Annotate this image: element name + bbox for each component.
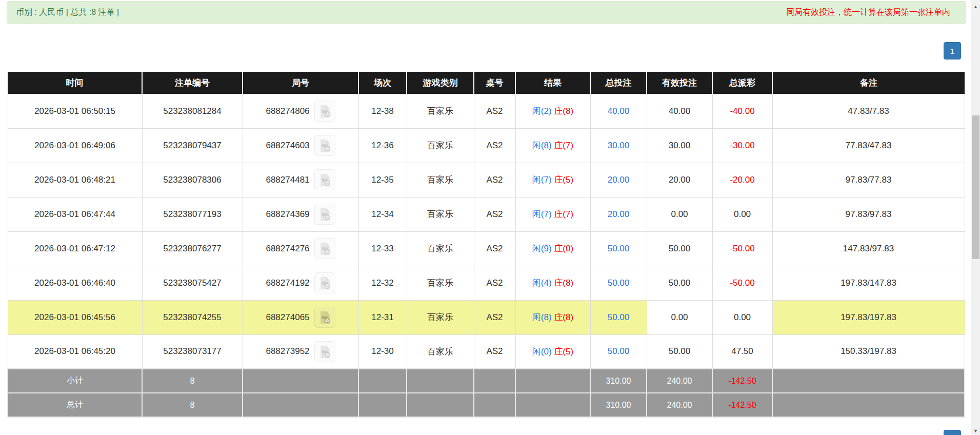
empty-cell xyxy=(358,393,407,417)
table-row: 2026-03-01 06:48:21 523238078306 6882744… xyxy=(8,163,965,197)
header-round-id: 局号 xyxy=(243,72,358,94)
result-cell: 闲(8) 庄(8) xyxy=(515,300,590,334)
valid-bet-cell: 30.00 xyxy=(647,128,712,163)
result-cell: 闲(9) 庄(0) xyxy=(515,231,590,266)
subtotal-valid-bet: 240.00 xyxy=(647,369,712,393)
scrollbar-thumb[interactable] xyxy=(972,115,979,259)
table-row: 2026-03-01 06:46:40 523238075427 6882741… xyxy=(8,266,965,300)
result-cell: 闲(7) 庄(7) xyxy=(515,197,590,231)
video-file-icon xyxy=(318,207,332,221)
total-bet-link[interactable]: 50.00 xyxy=(590,266,647,300)
result-banker: 庄(7) xyxy=(554,209,573,219)
result-player: 闲(7) xyxy=(532,175,552,185)
table-row: 2026-03-01 06:49:06 523238079437 6882746… xyxy=(8,128,965,163)
currency-summary-text: 币别 : 人民币 | 总共 :8 注单 | xyxy=(16,7,119,18)
round-cell: 688274603 xyxy=(243,128,358,163)
total-bet-link[interactable]: 20.00 xyxy=(590,197,647,231)
video-button[interactable] xyxy=(314,238,335,259)
session-cell: 12-31 xyxy=(358,300,407,334)
payout-cell: -40.00 xyxy=(712,94,772,128)
scroll-up-arrow-icon[interactable]: ▲ xyxy=(971,2,980,11)
grand-total-row: 总计 8 310.00 240.00 -142.50 xyxy=(8,393,965,417)
result-banker: 庄(8) xyxy=(554,106,573,116)
payout-cell: -20.00 xyxy=(712,163,772,197)
payout-cell: 0.00 xyxy=(712,300,772,334)
pagination-page-1-button-bottom[interactable]: 1 xyxy=(944,430,961,435)
empty-cell xyxy=(243,369,358,393)
video-button[interactable] xyxy=(314,204,335,225)
game-type-cell: 百家乐 xyxy=(407,197,474,231)
time-cell: 2026-03-01 06:45:56 xyxy=(8,300,142,334)
remark-cell: 197.83/197.83 xyxy=(772,300,965,334)
empty-cell xyxy=(515,369,590,393)
session-cell: 12-38 xyxy=(358,94,407,128)
result-cell: 闲(7) 庄(5) xyxy=(515,163,590,197)
game-type-cell: 百家乐 xyxy=(407,334,474,369)
header-time: 时间 xyxy=(8,72,142,94)
remark-cell: 77.83/47.83 xyxy=(772,128,965,163)
result-cell: 闲(2) 庄(8) xyxy=(515,94,590,128)
remark-cell: 197.83/147.83 xyxy=(772,266,965,300)
total-bet-link[interactable]: 20.00 xyxy=(590,163,647,197)
table-no-cell: AS2 xyxy=(474,163,515,197)
time-cell: 2026-03-01 06:45:20 xyxy=(8,334,142,369)
scroll-down-arrow-icon[interactable]: ▼ xyxy=(971,426,980,435)
payout-cell: 0.00 xyxy=(712,197,772,231)
bet-id-cell: 523238079437 xyxy=(142,128,243,163)
video-button[interactable] xyxy=(314,169,335,190)
result-cell: 闲(0) 庄(5) xyxy=(515,334,590,369)
remark-cell: 150.33/197.83 xyxy=(772,334,965,369)
table-row: 2026-03-01 06:45:20 523238073177 6882739… xyxy=(8,334,965,369)
total-bet-link[interactable]: 50.00 xyxy=(590,300,647,334)
video-button[interactable] xyxy=(314,101,335,122)
remark-cell: 97.83/77.83 xyxy=(772,163,965,197)
header-total-bet: 总投注 xyxy=(590,72,647,94)
subtotal-total-bet: 310.00 xyxy=(590,369,647,393)
total-bet-link[interactable]: 40.00 xyxy=(590,94,647,128)
video-button[interactable] xyxy=(314,135,335,156)
total-bet-link[interactable]: 50.00 xyxy=(590,231,647,266)
video-file-icon xyxy=(318,242,332,255)
session-cell: 12-33 xyxy=(358,231,407,266)
video-file-icon xyxy=(318,310,332,324)
video-button[interactable] xyxy=(314,341,335,362)
round-id: 688274369 xyxy=(266,209,309,220)
empty-cell xyxy=(474,369,515,393)
result-player: 闲(7) xyxy=(532,209,552,219)
header-game-type: 游戏类别 xyxy=(407,72,474,94)
pagination-page-1-button[interactable]: 1 xyxy=(944,42,961,60)
table-no-cell: AS2 xyxy=(474,231,515,266)
grand-total-payout: -142.50 xyxy=(712,393,772,417)
grand-total-total-bet: 310.00 xyxy=(590,393,647,417)
payout-cell: -50.00 xyxy=(712,231,772,266)
total-bet-link[interactable]: 30.00 xyxy=(590,128,647,163)
valid-bet-cell: 50.00 xyxy=(647,231,712,266)
round-id: 688274806 xyxy=(266,106,309,116)
bet-id-cell: 523238073177 xyxy=(142,334,243,369)
page: 币别 : 人民币 | 总共 :8 注单 | 同局有效投注，统一计算在该局第一张注… xyxy=(0,0,980,435)
table-row: 2026-03-01 06:47:12 523238076277 6882742… xyxy=(8,231,965,266)
round-cell: 688274369 xyxy=(243,197,358,231)
empty-cell xyxy=(358,369,407,393)
bet-records-table: 时间 注单编号 局号 场次 游戏类别 桌号 结果 总投注 有效投注 总派彩 备注… xyxy=(7,72,965,418)
remark-cell: 47.83/7.83 xyxy=(772,94,965,128)
table-no-cell: AS2 xyxy=(474,128,515,163)
header-remark: 备注 xyxy=(772,72,965,94)
table-row: 2026-03-01 06:47:44 523238077193 6882743… xyxy=(8,197,965,231)
video-button[interactable] xyxy=(314,272,335,293)
round-id: 688274603 xyxy=(266,141,309,151)
session-cell: 12-34 xyxy=(358,197,407,231)
empty-cell xyxy=(515,393,590,417)
session-cell: 12-30 xyxy=(358,334,407,369)
table-no-cell: AS2 xyxy=(474,266,515,300)
total-bet-link[interactable]: 50.00 xyxy=(590,334,647,369)
result-banker: 庄(5) xyxy=(554,175,573,185)
vertical-scrollbar[interactable]: ▲ ▼ xyxy=(971,0,980,435)
session-cell: 12-35 xyxy=(358,163,407,197)
video-button[interactable] xyxy=(314,307,335,328)
header-session: 场次 xyxy=(358,72,407,94)
game-type-cell: 百家乐 xyxy=(407,128,474,163)
time-cell: 2026-03-01 06:49:06 xyxy=(8,128,142,163)
bet-id-cell: 523238081284 xyxy=(142,94,243,128)
valid-bet-cell: 40.00 xyxy=(647,94,712,128)
